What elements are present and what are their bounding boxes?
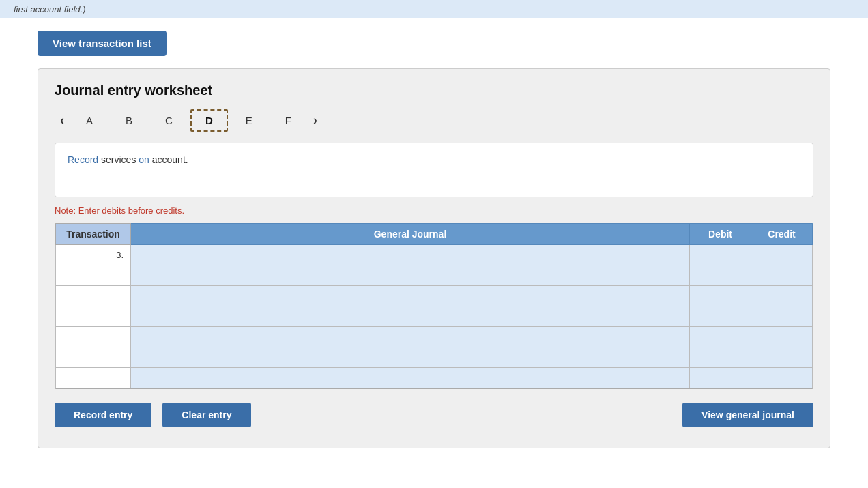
table-row — [56, 306, 813, 327]
cell-transaction-3 — [56, 306, 131, 327]
cell-general-1[interactable] — [131, 265, 690, 286]
tab-E[interactable]: E — [231, 109, 267, 132]
cell-general-3[interactable] — [131, 306, 690, 327]
input-credit-5[interactable] — [751, 349, 812, 365]
instruction-services: services — [101, 154, 139, 165]
input-credit-4[interactable] — [751, 329, 812, 345]
cell-credit-5[interactable] — [751, 347, 813, 368]
cell-credit-3[interactable] — [751, 306, 813, 327]
cell-credit-0[interactable] — [751, 245, 813, 265]
cell-debit-1[interactable] — [690, 265, 751, 286]
cell-credit-2[interactable] — [751, 286, 813, 306]
tab-C[interactable]: C — [150, 109, 188, 132]
tab-D[interactable]: D — [190, 109, 228, 132]
clear-entry-button[interactable]: Clear entry — [162, 403, 250, 427]
cell-debit-3[interactable] — [690, 306, 751, 327]
cell-transaction-6 — [56, 368, 131, 388]
tab-next-arrow[interactable]: › — [308, 111, 323, 130]
view-transaction-button[interactable]: View transaction list — [38, 31, 167, 56]
tab-F[interactable]: F — [270, 109, 306, 132]
input-debit-6[interactable] — [690, 370, 751, 386]
cell-credit-6[interactable] — [751, 368, 813, 388]
table-row: 3. — [56, 245, 813, 265]
cell-general-6[interactable] — [131, 368, 690, 388]
cell-transaction-1 — [56, 265, 131, 286]
instruction-on: on — [139, 154, 149, 165]
input-general-3[interactable] — [131, 308, 689, 324]
cell-debit-0[interactable] — [690, 245, 751, 265]
input-debit-2[interactable] — [690, 288, 751, 304]
input-debit-4[interactable] — [690, 329, 751, 345]
instruction-account: account. — [152, 154, 188, 165]
journal-table-wrapper: Transaction General Journal Debit Credit… — [55, 223, 813, 389]
cell-credit-1[interactable] — [751, 265, 813, 286]
col-header-transaction: Transaction — [56, 224, 131, 245]
top-info-text: first account field.) — [14, 4, 86, 14]
input-credit-0[interactable] — [751, 247, 812, 263]
input-credit-1[interactable] — [751, 268, 812, 283]
table-row — [56, 286, 813, 306]
view-general-journal-button[interactable]: View general journal — [682, 403, 813, 427]
input-general-1[interactable] — [131, 268, 689, 283]
col-header-credit: Credit — [751, 224, 813, 245]
cell-general-0[interactable] — [131, 245, 690, 265]
col-header-debit: Debit — [690, 224, 751, 245]
input-debit-3[interactable] — [690, 308, 751, 324]
instruction-record: Record — [68, 154, 98, 165]
cell-debit-2[interactable] — [690, 286, 751, 306]
input-general-4[interactable] — [131, 329, 689, 345]
cell-debit-4[interactable] — [690, 327, 751, 347]
cell-general-2[interactable] — [131, 286, 690, 306]
input-general-0[interactable] — [131, 247, 689, 263]
table-row — [56, 347, 813, 368]
input-credit-6[interactable] — [751, 370, 812, 386]
tab-A[interactable]: A — [71, 109, 108, 132]
cell-transaction-0: 3. — [56, 245, 131, 265]
worksheet-title: Journal entry worksheet — [55, 83, 813, 98]
worksheet-container: Journal entry worksheet ‹ A B C D E F › … — [38, 68, 830, 448]
cell-general-5[interactable] — [131, 347, 690, 368]
record-entry-button[interactable]: Record entry — [55, 403, 151, 427]
note-text: Note: Enter debits before credits. — [55, 205, 813, 216]
journal-table: Transaction General Journal Debit Credit… — [55, 223, 813, 388]
cell-transaction-2 — [56, 286, 131, 306]
input-general-6[interactable] — [131, 370, 689, 386]
instruction-box: Record services on account. — [55, 143, 813, 197]
input-debit-0[interactable] — [690, 247, 751, 263]
tab-prev-arrow[interactable]: ‹ — [55, 111, 70, 130]
cell-transaction-4 — [56, 327, 131, 347]
input-general-5[interactable] — [131, 349, 689, 365]
table-row — [56, 368, 813, 388]
cell-transaction-5 — [56, 347, 131, 368]
input-credit-3[interactable] — [751, 308, 812, 324]
input-debit-1[interactable] — [690, 268, 751, 283]
cell-debit-5[interactable] — [690, 347, 751, 368]
input-debit-5[interactable] — [690, 349, 751, 365]
input-general-2[interactable] — [131, 288, 689, 304]
table-row — [56, 327, 813, 347]
table-row — [56, 265, 813, 286]
col-header-general-journal: General Journal — [131, 224, 690, 245]
cell-general-4[interactable] — [131, 327, 690, 347]
top-info-bar: first account field.) — [0, 0, 868, 18]
tab-navigation: ‹ A B C D E F › — [55, 109, 813, 132]
action-buttons: Record entry Clear entry View general jo… — [55, 403, 813, 427]
cell-debit-6[interactable] — [690, 368, 751, 388]
tab-B[interactable]: B — [111, 109, 147, 132]
cell-credit-4[interactable] — [751, 327, 813, 347]
input-credit-2[interactable] — [751, 288, 812, 304]
